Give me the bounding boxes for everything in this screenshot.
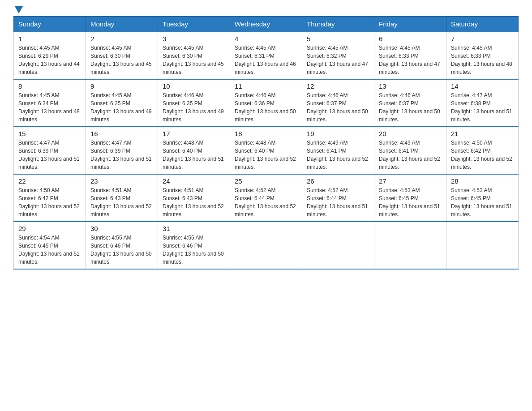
- day-number: 10: [163, 82, 225, 90]
- day-info: Sunrise: 4:53 AMSunset: 6:45 PMDaylight:…: [379, 187, 440, 218]
- calendar-cell: 31 Sunrise: 4:55 AMSunset: 6:46 PMDaylig…: [158, 222, 230, 269]
- day-info: Sunrise: 4:46 AMSunset: 6:37 PMDaylight:…: [307, 92, 368, 123]
- calendar-cell: 26 Sunrise: 4:52 AMSunset: 6:44 PMDaylig…: [302, 174, 374, 222]
- calendar-cell: 21 Sunrise: 4:50 AMSunset: 6:42 PMDaylig…: [446, 127, 519, 174]
- day-number: 16: [90, 130, 153, 137]
- day-number: 29: [18, 225, 81, 232]
- weekday-header-friday: Friday: [374, 17, 446, 32]
- calendar-cell: 8 Sunrise: 4:45 AMSunset: 6:34 PMDayligh…: [14, 79, 86, 127]
- day-info: Sunrise: 4:45 AMSunset: 6:30 PMDaylight:…: [90, 45, 152, 75]
- day-number: 26: [307, 177, 369, 185]
- calendar-cell: 9 Sunrise: 4:45 AMSunset: 6:35 PMDayligh…: [86, 79, 158, 127]
- day-info: Sunrise: 4:47 AMSunset: 6:39 PMDaylight:…: [18, 140, 80, 170]
- calendar-cell: 5 Sunrise: 4:45 AMSunset: 6:32 PMDayligh…: [302, 32, 374, 79]
- calendar-cell: 24 Sunrise: 4:51 AMSunset: 6:43 PMDaylig…: [158, 174, 230, 222]
- day-info: Sunrise: 4:50 AMSunset: 6:42 PMDaylight:…: [451, 140, 512, 170]
- day-number: 9: [90, 82, 153, 90]
- day-info: Sunrise: 4:51 AMSunset: 6:43 PMDaylight:…: [163, 187, 224, 218]
- day-number: 14: [451, 82, 514, 90]
- day-number: 3: [163, 35, 225, 43]
- day-info: Sunrise: 4:45 AMSunset: 6:32 PMDaylight:…: [307, 45, 368, 75]
- day-number: 8: [18, 82, 81, 90]
- day-info: Sunrise: 4:54 AMSunset: 6:45 PMDaylight:…: [18, 235, 80, 265]
- day-info: Sunrise: 4:55 AMSunset: 6:46 PMDaylight:…: [163, 235, 224, 265]
- day-number: 4: [235, 35, 297, 43]
- calendar-cell: 14 Sunrise: 4:47 AMSunset: 6:38 PMDaylig…: [446, 79, 519, 127]
- day-number: 20: [379, 130, 442, 137]
- calendar-cell: 6 Sunrise: 4:45 AMSunset: 6:33 PMDayligh…: [374, 32, 446, 79]
- day-info: Sunrise: 4:50 AMSunset: 6:42 PMDaylight:…: [18, 187, 80, 218]
- day-number: 19: [307, 130, 369, 137]
- calendar-cell: 18 Sunrise: 4:48 AMSunset: 6:40 PMDaylig…: [230, 127, 302, 174]
- day-info: Sunrise: 4:49 AMSunset: 6:41 PMDaylight:…: [379, 140, 440, 170]
- day-info: Sunrise: 4:48 AMSunset: 6:40 PMDaylight:…: [235, 140, 296, 170]
- day-info: Sunrise: 4:52 AMSunset: 6:44 PMDaylight:…: [307, 187, 368, 218]
- calendar-cell: 2 Sunrise: 4:45 AMSunset: 6:30 PMDayligh…: [86, 32, 158, 79]
- calendar-cell: 3 Sunrise: 4:45 AMSunset: 6:30 PMDayligh…: [158, 32, 230, 79]
- calendar-week-row: 29 Sunrise: 4:54 AMSunset: 6:45 PMDaylig…: [14, 222, 519, 269]
- day-info: Sunrise: 4:51 AMSunset: 6:43 PMDaylight:…: [90, 187, 152, 218]
- calendar-table: SundayMondayTuesdayWednesdayThursdayFrid…: [13, 16, 519, 270]
- page-header: [13, 9, 519, 12]
- calendar-cell: 7 Sunrise: 4:45 AMSunset: 6:33 PMDayligh…: [446, 32, 519, 79]
- calendar-cell: 30 Sunrise: 4:55 AMSunset: 6:46 PMDaylig…: [86, 222, 158, 269]
- day-number: 30: [90, 225, 153, 232]
- calendar-cell: 19 Sunrise: 4:49 AMSunset: 6:41 PMDaylig…: [302, 127, 374, 174]
- day-number: 7: [451, 35, 514, 43]
- weekday-header-row: SundayMondayTuesdayWednesdayThursdayFrid…: [14, 17, 519, 32]
- weekday-header-saturday: Saturday: [446, 17, 519, 32]
- calendar-cell: 29 Sunrise: 4:54 AMSunset: 6:45 PMDaylig…: [14, 222, 86, 269]
- day-number: 22: [18, 177, 81, 185]
- calendar-cell: 22 Sunrise: 4:50 AMSunset: 6:42 PMDaylig…: [14, 174, 86, 222]
- day-number: 11: [235, 82, 297, 90]
- day-info: Sunrise: 4:45 AMSunset: 6:34 PMDaylight:…: [18, 92, 80, 123]
- day-info: Sunrise: 4:52 AMSunset: 6:44 PMDaylight:…: [235, 187, 296, 218]
- day-info: Sunrise: 4:45 AMSunset: 6:33 PMDaylight:…: [379, 45, 440, 75]
- day-info: Sunrise: 4:46 AMSunset: 6:37 PMDaylight:…: [379, 92, 440, 123]
- calendar-cell: 13 Sunrise: 4:46 AMSunset: 6:37 PMDaylig…: [374, 79, 446, 127]
- day-info: Sunrise: 4:45 AMSunset: 6:33 PMDaylight:…: [451, 45, 512, 75]
- day-info: Sunrise: 4:45 AMSunset: 6:29 PMDaylight:…: [18, 45, 80, 75]
- calendar-cell: 28 Sunrise: 4:53 AMSunset: 6:45 PMDaylig…: [446, 174, 519, 222]
- weekday-header-sunday: Sunday: [14, 17, 86, 32]
- calendar-cell: [230, 222, 302, 269]
- calendar-cell: [446, 222, 519, 269]
- day-number: 31: [163, 225, 225, 232]
- calendar-cell: 27 Sunrise: 4:53 AMSunset: 6:45 PMDaylig…: [374, 174, 446, 222]
- calendar-cell: 16 Sunrise: 4:47 AMSunset: 6:39 PMDaylig…: [86, 127, 158, 174]
- day-number: 18: [235, 130, 297, 137]
- day-number: 25: [235, 177, 297, 185]
- calendar-cell: 17 Sunrise: 4:48 AMSunset: 6:40 PMDaylig…: [158, 127, 230, 174]
- calendar-cell: 11 Sunrise: 4:46 AMSunset: 6:36 PMDaylig…: [230, 79, 302, 127]
- calendar-cell: 10 Sunrise: 4:46 AMSunset: 6:35 PMDaylig…: [158, 79, 230, 127]
- day-number: 21: [451, 130, 514, 137]
- calendar-cell: 25 Sunrise: 4:52 AMSunset: 6:44 PMDaylig…: [230, 174, 302, 222]
- day-number: 2: [90, 35, 153, 43]
- day-info: Sunrise: 4:47 AMSunset: 6:38 PMDaylight:…: [451, 92, 512, 123]
- calendar-cell: 4 Sunrise: 4:45 AMSunset: 6:31 PMDayligh…: [230, 32, 302, 79]
- weekday-header-tuesday: Tuesday: [158, 17, 230, 32]
- day-info: Sunrise: 4:53 AMSunset: 6:45 PMDaylight:…: [451, 187, 512, 218]
- day-number: 6: [379, 35, 442, 43]
- day-number: 5: [307, 35, 369, 43]
- calendar-week-row: 15 Sunrise: 4:47 AMSunset: 6:39 PMDaylig…: [14, 127, 519, 174]
- calendar-cell: 20 Sunrise: 4:49 AMSunset: 6:41 PMDaylig…: [374, 127, 446, 174]
- day-info: Sunrise: 4:46 AMSunset: 6:35 PMDaylight:…: [163, 92, 224, 123]
- calendar-cell: 12 Sunrise: 4:46 AMSunset: 6:37 PMDaylig…: [302, 79, 374, 127]
- day-info: Sunrise: 4:45 AMSunset: 6:30 PMDaylight:…: [163, 45, 224, 75]
- weekday-header-monday: Monday: [86, 17, 158, 32]
- day-number: 23: [90, 177, 153, 185]
- day-info: Sunrise: 4:47 AMSunset: 6:39 PMDaylight:…: [90, 140, 152, 170]
- weekday-header-wednesday: Wednesday: [230, 17, 302, 32]
- weekday-header-thursday: Thursday: [302, 17, 374, 32]
- day-info: Sunrise: 4:45 AMSunset: 6:35 PMDaylight:…: [90, 92, 152, 123]
- day-number: 28: [451, 177, 514, 185]
- calendar-week-row: 1 Sunrise: 4:45 AMSunset: 6:29 PMDayligh…: [14, 32, 519, 79]
- calendar-cell: [374, 222, 446, 269]
- day-info: Sunrise: 4:55 AMSunset: 6:46 PMDaylight:…: [90, 235, 152, 265]
- day-number: 12: [307, 82, 369, 90]
- day-info: Sunrise: 4:49 AMSunset: 6:41 PMDaylight:…: [307, 140, 368, 170]
- calendar-cell: [302, 222, 374, 269]
- day-number: 24: [163, 177, 225, 185]
- day-info: Sunrise: 4:46 AMSunset: 6:36 PMDaylight:…: [235, 92, 296, 123]
